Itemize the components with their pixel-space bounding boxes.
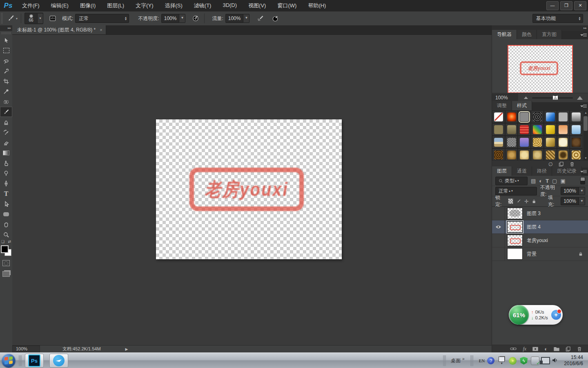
tab-导航器[interactable]: 导航器 — [492, 30, 517, 39]
tab-通道[interactable]: 通道 — [512, 166, 532, 176]
scroll-down-icon[interactable]: ▼ — [584, 157, 587, 159]
delete-layer-icon[interactable] — [577, 346, 582, 352]
pressure-opacity-icon[interactable] — [190, 13, 201, 24]
airbrush-icon[interactable] — [255, 13, 266, 24]
flow-field[interactable]: 100% ▼ — [225, 14, 250, 23]
antivirus-tray-icon[interactable] — [520, 357, 528, 365]
tab-close-icon[interactable]: × — [100, 27, 102, 32]
scroll-up-icon[interactable]: ▲ — [584, 111, 587, 114]
gradient-tool[interactable] — [0, 148, 12, 158]
panel-menu-icon[interactable] — [580, 33, 587, 38]
style-swatch-13[interactable] — [557, 123, 570, 136]
layer-visibility-toggle[interactable] — [492, 234, 505, 247]
default-swap-colors[interactable]: ❏⇄ — [0, 240, 12, 244]
navigator-zoom-value[interactable]: 100% — [492, 94, 518, 102]
layer-filter-select[interactable]: 类型 ▲▼ — [495, 177, 528, 185]
style-swatch-4[interactable] — [531, 110, 544, 123]
security-suite-tray-icon[interactable] — [509, 357, 517, 365]
layers-opacity-arrow[interactable]: ▼ — [579, 187, 585, 195]
filter-pixel-layers-icon[interactable]: ▤ — [531, 178, 536, 184]
panel-menu-icon[interactable] — [580, 104, 587, 109]
lock-position-icon[interactable]: ✛ — [524, 198, 529, 204]
tab-直方图[interactable]: 直方图 — [537, 30, 562, 39]
tab-历史记录[interactable]: 历史记录 — [552, 166, 582, 176]
zoom-out-icon[interactable] — [524, 96, 528, 99]
panel-menu-icon[interactable] — [580, 169, 587, 174]
style-swatch-27[interactable] — [557, 148, 570, 161]
brush-preset-dropdown-arrow[interactable]: ▾ — [37, 13, 43, 23]
add-mask-icon[interactable] — [532, 347, 538, 351]
lock-transparency-icon[interactable] — [508, 198, 513, 204]
mode-select[interactable]: 正常 ▲▼ — [75, 14, 129, 23]
layer-thumbnail[interactable] — [507, 208, 523, 219]
style-swatch-16[interactable] — [505, 136, 518, 148]
quick-mask-button[interactable] — [2, 260, 10, 266]
scroll-thumb[interactable] — [584, 116, 588, 131]
zoom-tool[interactable] — [0, 229, 12, 240]
flow-dropdown-arrow[interactable]: ▼ — [243, 14, 249, 23]
close-button[interactable]: ✕ — [574, 1, 586, 10]
clock[interactable]: 15:44 2016/6/6 — [564, 355, 583, 367]
update-check-tray-icon[interactable] — [531, 357, 539, 365]
layer-row[interactable]: 老房youxi — [492, 234, 588, 247]
style-swatch-24[interactable] — [518, 148, 531, 161]
style-swatch-1[interactable] — [492, 110, 505, 123]
style-swatch-5[interactable] — [544, 110, 557, 123]
style-swatch-6[interactable] — [557, 110, 570, 123]
type-tool[interactable]: T — [0, 188, 12, 199]
spot-healing-brush-tool[interactable] — [0, 96, 12, 107]
layers-opacity-value[interactable]: 100% — [561, 187, 579, 195]
new-layer-icon[interactable] — [566, 346, 571, 352]
menu-帮助(H)[interactable]: 帮助(H) — [308, 2, 326, 9]
menu-编辑(E)[interactable]: 编辑(E) — [51, 2, 69, 9]
speed-float-widget[interactable]: 61% ↑0K/s ↓0.2K/s + — [509, 305, 563, 325]
marquee-tool[interactable] — [0, 45, 12, 56]
taskbar-photoshop-button[interactable]: Ps — [25, 354, 44, 368]
style-swatch-15[interactable] — [492, 136, 505, 148]
menu-文件(F)[interactable]: 文件(F) — [22, 2, 40, 9]
style-swatch-8[interactable] — [492, 123, 505, 136]
tab-调整[interactable]: 调整 — [492, 101, 512, 110]
layer-style-fx-icon[interactable]: fx — [523, 346, 526, 352]
flow-value[interactable]: 100% — [225, 14, 244, 23]
status-zoom-field[interactable]: 100% — [12, 346, 40, 352]
smudge-tool[interactable] — [0, 158, 12, 168]
new-adjustment-layer-icon[interactable]: ◐ — [544, 346, 548, 352]
menu-图层(L)[interactable]: 图层(L) — [107, 2, 124, 9]
layer-thumbnail[interactable] — [507, 221, 523, 233]
style-swatch-26[interactable] — [544, 148, 557, 161]
layer-thumbnail[interactable] — [507, 248, 523, 260]
foreground-color-swatch[interactable] — [1, 245, 9, 253]
style-swatch-17[interactable] — [518, 136, 531, 148]
style-swatch-3[interactable] — [518, 110, 531, 123]
menu-视图(V)[interactable]: 视图(V) — [248, 2, 266, 9]
dodge-tool[interactable] — [0, 168, 12, 178]
layer-row[interactable]: 背景 — [492, 247, 588, 261]
default-colors-icon[interactable]: ❏ — [1, 240, 4, 244]
brush-tool-icon[interactable] — [5, 13, 16, 24]
brush-tool[interactable] — [0, 107, 12, 117]
status-options-arrow[interactable]: ▶ — [125, 347, 128, 351]
pen-tool[interactable] — [0, 178, 12, 188]
menu-文字(Y)[interactable]: 文字(Y) — [136, 2, 153, 9]
layer-visibility-toggle[interactable] — [492, 207, 505, 220]
layer-thumbnail[interactable] — [507, 235, 523, 246]
fill-field[interactable]: 100% ▼ — [561, 197, 585, 205]
tab-路径[interactable]: 路径 — [532, 166, 552, 176]
style-swatch-7[interactable] — [570, 110, 583, 123]
memory-ball[interactable]: 61% — [509, 305, 529, 325]
fill-value[interactable]: 100% — [561, 197, 579, 205]
toolbar-collapse-icon[interactable]: ▸▸ — [0, 25, 12, 31]
hand-tool[interactable] — [0, 219, 12, 229]
fill-arrow[interactable]: ▼ — [579, 197, 585, 205]
minimize-button[interactable]: — — [546, 1, 559, 10]
style-swatch-12[interactable] — [544, 123, 557, 136]
opacity-value[interactable]: 100% — [161, 14, 180, 23]
document-tab[interactable]: 未标题-1 @ 100% (图层 4, RGB/8) * × — [12, 25, 106, 34]
style-swatch-9[interactable] — [505, 123, 518, 136]
layers-opacity-field[interactable]: 100% ▼ — [561, 187, 585, 195]
style-swatch-22[interactable] — [492, 148, 505, 161]
start-button[interactable] — [2, 354, 16, 368]
eraser-tool[interactable] — [0, 137, 12, 148]
canvas[interactable]: 老房youxi — [156, 119, 342, 259]
